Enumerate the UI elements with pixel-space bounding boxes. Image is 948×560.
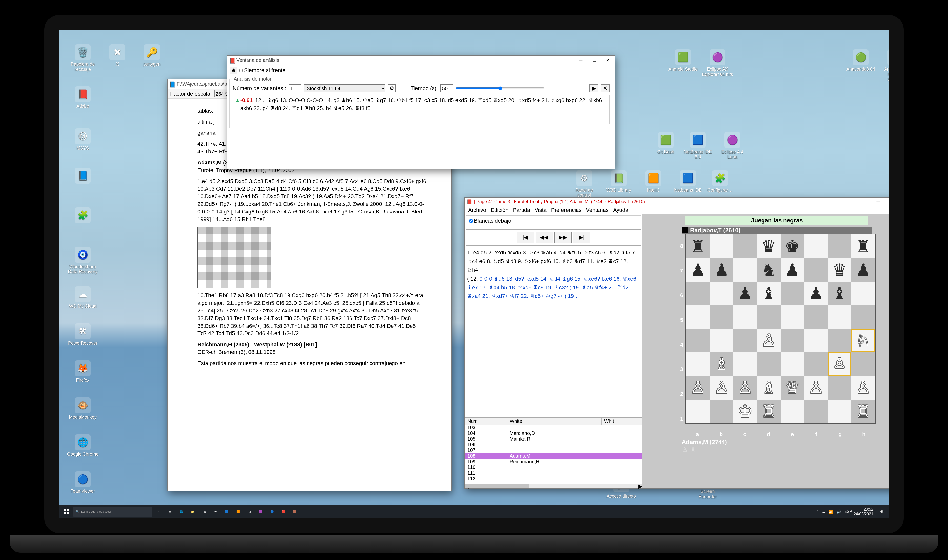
desktop-icon[interactable]: 🗑️Papelera de reciclaje (67, 45, 99, 72)
desktop-icon[interactable]: 🧿Wondershare Data Recovery (67, 247, 99, 274)
square-h7[interactable]: ♟ (851, 258, 875, 282)
always-on-top-checkbox[interactable]: Siempre al frente (239, 67, 285, 74)
square-h5[interactable] (851, 305, 875, 329)
square-g4[interactable] (828, 329, 851, 352)
square-c8[interactable] (733, 234, 757, 258)
table-header[interactable]: White (507, 418, 601, 425)
desktop-icon[interactable]: 🐵MediaMonkey (67, 397, 99, 420)
square-g8[interactable] (828, 234, 851, 258)
taskview-button[interactable]: ▭ (165, 507, 175, 517)
square-f1[interactable] (804, 400, 828, 423)
menu-preferencias[interactable]: Preferencias (549, 206, 584, 214)
square-e5[interactable] (780, 305, 804, 329)
desktop-icon[interactable]: 🟢Anaconda3 64 (845, 49, 877, 72)
games-table-hscroll[interactable]: ◀ ▶ (465, 484, 643, 488)
desktop-icon[interactable]: ⓂMSYS (67, 128, 99, 151)
desktop-icon[interactable]: 🔑puttygen (136, 45, 168, 67)
task-app3[interactable]: 🟪 (256, 507, 266, 517)
tray-wifi-icon[interactable]: 📶 (828, 509, 833, 514)
system-tray[interactable]: ˄ ☁ 📶 🔊 ESP (817, 509, 852, 514)
task-mail[interactable]: ✉ (210, 507, 220, 517)
desktop-icon[interactable]: 🟣Eclipse AX Explorer 64 bits (701, 49, 734, 77)
table-header[interactable]: Whit (601, 418, 642, 425)
table-row[interactable]: 104Marciano,D (465, 431, 643, 436)
black-n-piece[interactable]: ♞ (761, 260, 776, 280)
table-row[interactable]: 107 (465, 448, 643, 453)
square-f7[interactable] (804, 258, 828, 282)
white-p-piece[interactable]: ♙ (714, 378, 729, 397)
black-b-piece[interactable]: ♝ (832, 283, 847, 303)
menu-ventanas[interactable]: Ventanas (584, 206, 610, 214)
task-app4[interactable]: 🟥 (279, 507, 288, 517)
menu-vista[interactable]: Vista (533, 206, 549, 214)
square-d1[interactable]: ♖ (757, 400, 781, 423)
task-store[interactable]: 🛍 (199, 507, 209, 517)
table-row[interactable]: 103 (465, 425, 643, 431)
black-p-piece[interactable]: ♟ (808, 283, 823, 303)
desktop-icon[interactable]: 🧩Configurar… (704, 170, 736, 193)
maximize-button[interactable]: ▭ (589, 57, 600, 65)
engine-play-button[interactable]: ▶ (589, 85, 598, 92)
white-p-piece[interactable]: ♙ (832, 354, 847, 374)
add-engine-button[interactable]: ⊕ (230, 67, 237, 74)
square-h4[interactable]: ♘ (851, 329, 875, 352)
time-input[interactable] (441, 85, 453, 92)
square-f4[interactable] (804, 329, 828, 352)
notifications-button[interactable]: 💬 (877, 507, 887, 517)
black-p-piece[interactable]: ♟ (785, 260, 800, 280)
games-table[interactable]: NumWhiteWhit 103104Marciano,D105Mainka,R… (465, 417, 643, 484)
square-h6[interactable] (851, 282, 875, 305)
black-p-piece[interactable]: ♟ (714, 260, 729, 280)
black-q-piece[interactable]: ♛ (761, 237, 776, 256)
variants-input[interactable] (288, 85, 301, 92)
minimize-button[interactable]: ─ (872, 198, 883, 205)
black-q-piece[interactable]: ♛ (832, 260, 847, 280)
white-b-piece[interactable]: ♗ (761, 378, 776, 397)
tray-chevron-icon[interactable]: ˄ (817, 509, 819, 514)
square-a2[interactable]: ♙ (686, 376, 710, 400)
black-k-piece[interactable]: ♚ (785, 237, 800, 256)
maximize-button[interactable]: ▭ (885, 198, 889, 205)
white-below-checkbox[interactable]: Blancas debajo (466, 215, 641, 226)
table-row[interactable]: 111 (465, 470, 643, 476)
square-f5[interactable] (804, 305, 828, 329)
menu-partida[interactable]: Partida (511, 206, 532, 214)
square-b1[interactable] (710, 400, 734, 423)
square-c1[interactable]: ♔ (733, 400, 757, 423)
desktop-icon[interactable]: 🛠PowerRecover (67, 323, 99, 346)
square-d3[interactable] (757, 352, 781, 376)
square-f6[interactable]: ♟ (804, 282, 828, 305)
white-p-piece[interactable]: ♙ (761, 331, 776, 350)
white-p-piece[interactable]: ♙ (691, 378, 706, 397)
square-c3[interactable] (733, 352, 757, 376)
cortana-button[interactable]: ○ (154, 507, 163, 517)
moves-notation-pane[interactable]: 1. e4 d5 2. exd5 ♛xd5 3. ♘c3 ♛a5 4. d4 ♞… (465, 247, 643, 417)
square-c7[interactable] (733, 258, 757, 282)
tray-cloud-icon[interactable]: ☁ (822, 509, 825, 514)
white-b-piece[interactable]: ♗ (714, 354, 729, 374)
scroll-thumb[interactable] (465, 484, 529, 488)
menu-ayuda[interactable]: Ayuda (611, 206, 630, 214)
square-b3[interactable]: ♗ (710, 352, 734, 376)
desktop-icon[interactable]: ⚙Panel de control (568, 170, 600, 198)
square-b5[interactable] (710, 305, 734, 329)
white-k-piece[interactable]: ♔ (738, 402, 752, 421)
minimize-button[interactable]: ─ (575, 57, 587, 65)
square-f3[interactable] (804, 352, 828, 376)
task-explorer[interactable]: 📁 (188, 507, 197, 517)
white-p-piece[interactable]: ♙ (856, 378, 871, 397)
square-h3[interactable] (851, 352, 875, 376)
desktop-icon[interactable]: 🌐Google Chrome (67, 434, 99, 457)
square-d5[interactable] (757, 305, 781, 329)
square-a3[interactable] (686, 352, 710, 376)
vcr-back-button[interactable]: ◀◀ (535, 231, 553, 243)
task-app1[interactable]: 🟦 (222, 507, 232, 517)
square-e4[interactable] (780, 329, 804, 352)
white-q-piece[interactable]: ♕ (785, 378, 800, 397)
square-b8[interactable] (710, 234, 734, 258)
black-b-piece[interactable]: ♝ (761, 283, 776, 303)
square-a6[interactable] (686, 282, 710, 305)
task-app2[interactable]: 🟧 (233, 507, 243, 517)
vcr-first-button[interactable]: |◀ (517, 231, 534, 243)
desktop-icon[interactable]: 🦊Firefox (67, 360, 99, 383)
